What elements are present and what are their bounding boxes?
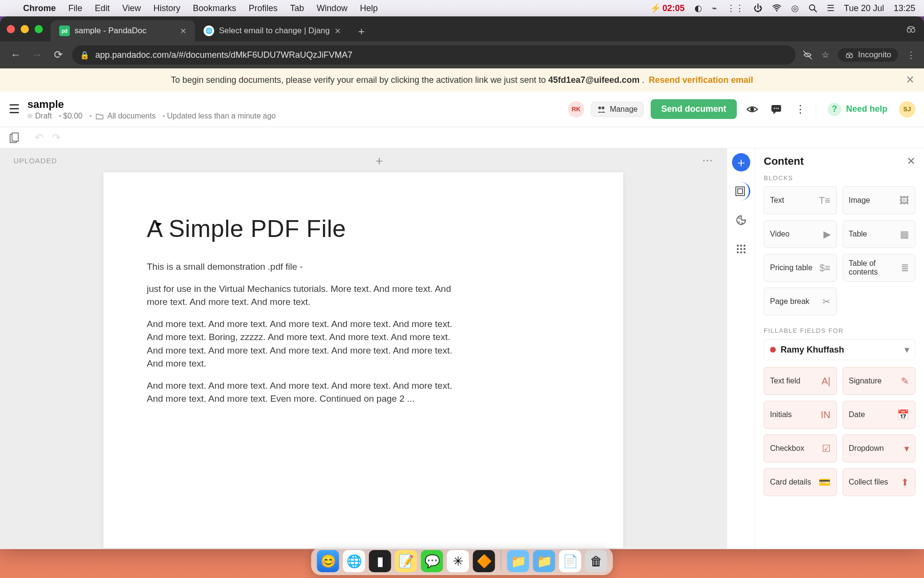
svg-point-26	[744, 248, 745, 250]
svg-point-6	[849, 54, 853, 58]
window-maximize[interactable]	[35, 25, 43, 33]
block-image[interactable]: Image🖼	[843, 186, 916, 214]
menu-date[interactable]: Tue 20 Jul	[844, 3, 884, 13]
spotlight-icon[interactable]: ◎	[791, 3, 799, 13]
svg-point-22	[740, 245, 742, 247]
document-page[interactable]: ➤ A Simple PDF File This is a small demo…	[103, 172, 623, 548]
canvas[interactable]: UPLOADED ＋ ⋯ ➤ A Simple PDF File This is…	[0, 148, 727, 549]
svg-point-13	[778, 107, 779, 108]
send-document-button[interactable]: Send document	[651, 99, 737, 119]
rail-add-icon[interactable]: ＋	[732, 153, 750, 171]
control-center-icon[interactable]: ☰	[827, 3, 834, 13]
pages-icon[interactable]	[10, 132, 19, 143]
svg-point-23	[744, 245, 745, 247]
comments-icon[interactable]	[768, 101, 785, 118]
power-icon[interactable]: ⏻	[754, 3, 762, 13]
tab-2[interactable]: 🌐 Select email to change | Djang ✕	[195, 20, 349, 41]
manage-button[interactable]: Manage	[591, 102, 644, 117]
kebab-menu-icon[interactable]: ⋮	[792, 101, 809, 118]
doc-title[interactable]: sample	[27, 98, 276, 111]
field-collect[interactable]: Collect files⬆	[843, 468, 916, 496]
dock-figma[interactable]: 🔶	[473, 550, 495, 572]
dock-finder[interactable]: 😊	[317, 550, 339, 572]
block-video[interactable]: Video▶	[764, 220, 837, 248]
menu-history[interactable]: History	[154, 3, 180, 13]
field-signature[interactable]: Signature✎	[843, 367, 916, 395]
recipient-avatar[interactable]: RK	[568, 101, 584, 118]
field-card[interactable]: Card details💳	[764, 468, 837, 496]
block-table[interactable]: Table▦	[843, 220, 916, 248]
menu-profiles[interactable]: Profiles	[249, 3, 278, 13]
dock-trash[interactable]: 🗑	[585, 550, 607, 572]
dock-terminal[interactable]: ▮	[369, 550, 391, 572]
new-tab-button[interactable]: ＋	[354, 24, 369, 39]
page-more-icon[interactable]: ⋯	[702, 154, 713, 167]
block-pagebreak[interactable]: Page break✂	[764, 288, 837, 315]
incognito-badge[interactable]: Incognito	[838, 48, 898, 62]
menu-tab[interactable]: Tab	[290, 3, 304, 13]
menu-app[interactable]: Chrome	[23, 3, 56, 13]
tab-1[interactable]: pd sample - PandaDoc ✕	[51, 20, 195, 41]
user-avatar[interactable]: SJ	[899, 101, 915, 118]
undo-icon[interactable]: ↶	[35, 131, 43, 144]
rail-content-icon[interactable]	[732, 182, 750, 200]
hamburger-icon[interactable]: ☰	[9, 102, 20, 117]
dock-folder-2[interactable]: 📁	[533, 550, 555, 572]
window-close[interactable]	[7, 25, 15, 33]
rail-design-icon[interactable]	[732, 211, 750, 229]
window-minimize[interactable]	[21, 25, 29, 33]
nav-forward-button[interactable]: →	[30, 48, 44, 62]
menu-bookmarks[interactable]: Bookmarks	[193, 3, 236, 13]
field-date[interactable]: Date📅	[843, 401, 916, 429]
battery-status[interactable]: ⚡ 02:05	[650, 3, 685, 13]
nav-reload-button[interactable]: ⟳	[51, 48, 65, 62]
resend-link[interactable]: Resend verification email	[649, 75, 753, 85]
field-dropdown[interactable]: Dropdown▾	[843, 434, 916, 462]
svg-point-4	[911, 28, 915, 32]
preview-icon[interactable]	[744, 101, 761, 118]
menu-window[interactable]: Window	[317, 3, 347, 13]
panel-close-icon[interactable]: ✕	[907, 155, 915, 168]
browser-menu-icon[interactable]: ⋮	[907, 50, 915, 60]
menu-help[interactable]: Help	[360, 3, 378, 13]
field-text[interactable]: Text fieldA|	[764, 367, 837, 395]
incognito-indicator-icon[interactable]	[904, 22, 918, 36]
banner-close-icon[interactable]: ✕	[906, 74, 914, 86]
menu-view[interactable]: View	[122, 3, 141, 13]
block-text[interactable]: TextT≡	[764, 186, 837, 214]
tab-2-close-icon[interactable]: ✕	[334, 26, 341, 36]
assignee-dropdown[interactable]: Ramy Khuffash ▾	[764, 339, 915, 360]
block-pricing[interactable]: Pricing table$≡	[764, 254, 837, 282]
dock-chrome[interactable]: 🌐	[343, 550, 365, 572]
nav-back-button[interactable]: ←	[9, 48, 23, 62]
dock-slack[interactable]: ✳	[447, 550, 469, 572]
redo-icon[interactable]: ↷	[52, 131, 61, 144]
eye-off-icon[interactable]	[802, 50, 813, 60]
menu-file[interactable]: File	[68, 3, 82, 13]
rail-apps-icon[interactable]	[732, 240, 750, 258]
status-icon-1[interactable]: ◐	[694, 3, 702, 13]
status-icon-3[interactable]: ⋮⋮	[727, 3, 744, 13]
uploaded-label: UPLOADED	[13, 157, 57, 165]
dock-folder-1[interactable]: 📁	[507, 550, 529, 572]
dock-notes[interactable]: 📝	[395, 550, 417, 572]
text-block-icon: T≡	[819, 195, 831, 206]
need-help[interactable]: ? Need help SJ	[816, 101, 915, 118]
tab-1-close-icon[interactable]: ✕	[180, 26, 186, 36]
status-icon-2[interactable]: ⌁	[712, 3, 717, 13]
field-initials[interactable]: InitialsIN	[764, 401, 837, 429]
tab-2-title: Select email to change | Djang	[219, 26, 330, 36]
add-page-icon[interactable]: ＋	[373, 152, 386, 169]
doc-location[interactable]: All documents	[87, 112, 155, 120]
field-checkbox[interactable]: Checkbox☑	[764, 434, 837, 462]
dock-document[interactable]: 📄	[559, 550, 581, 572]
block-toc[interactable]: Table of contents≣	[843, 254, 916, 282]
menu-clock[interactable]: 13:25	[894, 3, 915, 13]
wifi-icon[interactable]	[772, 4, 782, 12]
menu-edit[interactable]: Edit	[95, 3, 110, 13]
doc-status: Draft	[27, 112, 52, 120]
url-input[interactable]: 🔒 app.pandadoc.com/a/#/documents/dMkF6UD…	[72, 45, 796, 65]
bookmark-star-icon[interactable]: ☆	[821, 50, 829, 60]
dock-messages[interactable]: 💬	[421, 550, 443, 572]
search-icon[interactable]	[808, 4, 817, 13]
